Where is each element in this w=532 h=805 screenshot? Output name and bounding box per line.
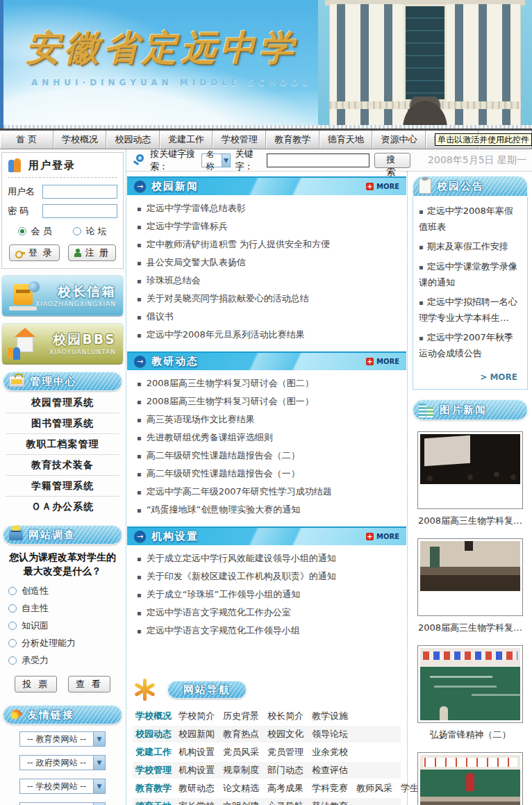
sitenav-link[interactable]: 机构设置 (178, 745, 215, 760)
organization-more[interactable]: MORE (366, 533, 399, 540)
organization-item[interactable]: 定远中学语言文字规范化工作领导小组 (137, 622, 399, 640)
management-item[interactable]: 教育技术装备 (6, 455, 119, 476)
sitenav-category[interactable]: 学校管理 (135, 763, 172, 778)
survey-option[interactable]: 创造性 (8, 582, 121, 599)
survey-option[interactable]: 承受力 (8, 652, 121, 669)
sitenav-link[interactable]: 普法教育 (312, 799, 348, 805)
survey-radio[interactable] (8, 639, 17, 647)
sitenav-link[interactable]: 心灵导航 (267, 799, 304, 805)
username-field[interactable] (42, 185, 117, 199)
sitenav-link[interactable]: 家长学校 (178, 799, 215, 805)
news-item[interactable]: 定中教师清铲街道积雪 为行人提供安全和方便 (137, 235, 399, 254)
management-item[interactable]: 学籍管理系统 (6, 476, 119, 497)
organization-item[interactable]: 定远中学语言文字规范化工作办公室 (137, 604, 399, 622)
news-item[interactable]: 定远中学2008年元旦系列活动比赛结果 (137, 326, 399, 344)
chevron-down-icon[interactable] (93, 779, 105, 793)
sitenav-category[interactable]: 德育天地 (135, 799, 172, 805)
research-more[interactable]: MORE (366, 358, 399, 365)
photo-caption[interactable]: 弘扬雷锋精神（二） (413, 729, 528, 741)
research-item[interactable]: 高三英语现场作文比赛结果 (137, 410, 399, 429)
nav-item[interactable]: 学校概况 (53, 131, 107, 149)
sitenav-link[interactable]: 规章制度 (223, 763, 259, 778)
sitenav-link[interactable]: 论文精选 (223, 781, 259, 796)
research-item[interactable]: 2008届高三生物学科复习研讨会（图二） (137, 374, 399, 392)
radio-forum-circle[interactable] (73, 227, 81, 235)
research-item[interactable]: 定远中学高二年级2007年研究性学习成功结题 (137, 483, 399, 501)
survey-option[interactable]: 知识面 (8, 617, 121, 634)
announcement-item[interactable]: 定远中学2007年秋季运动会成绩公告 (419, 330, 522, 361)
organization-item[interactable]: 关于成立定远中学行风效能建设领导小组的通知 (137, 549, 399, 567)
sitenav-link[interactable]: 校园新闻 (178, 727, 215, 742)
nav-item[interactable]: 教育教学 (266, 131, 319, 149)
login-button[interactable]: 登 录 (9, 244, 60, 261)
link-dropdown[interactable]: -- 其他类网站 -- (19, 802, 106, 805)
sitenav-link[interactable]: 教研动态 (178, 781, 215, 796)
sitenav-category[interactable]: 党建工作 (135, 745, 172, 760)
news-item[interactable]: 定远中学学雷锋总结表彰 (137, 199, 399, 217)
announcements-more-link[interactable]: > MORE (419, 365, 522, 383)
sitenav-category[interactable]: 学校概况 (135, 708, 172, 724)
research-item[interactable]: 高二年级研究性课题结题报告会（一） (137, 465, 399, 483)
sitenav-link[interactable]: 机构设置 (178, 763, 215, 778)
organization-item[interactable]: 关于印发《新校区建设工作机构及职责》的通知 (137, 567, 399, 586)
research-item[interactable]: “鸡蛋撞地球”创意物理实验大赛的通知 (137, 501, 399, 519)
photo-thumbnail[interactable] (417, 538, 523, 616)
sitenav-link[interactable]: 教学设施 (312, 708, 348, 724)
sitenav-link[interactable]: 党员管理 (267, 745, 304, 760)
nav-item[interactable]: 党建工作 (160, 131, 213, 149)
chevron-down-icon[interactable] (93, 756, 105, 770)
link-dropdown[interactable]: -- 教育类网站 -- (19, 731, 106, 747)
sitenav-category[interactable]: 教育教学 (135, 781, 172, 796)
sitenav-link[interactable]: 部门动态 (267, 763, 304, 778)
announcement-item[interactable]: 期末及寒假工作安排 (419, 239, 522, 255)
sitenav-link[interactable]: 历史背景 (223, 708, 259, 724)
management-item[interactable]: ＯＡ办公系统 (6, 497, 119, 517)
survey-radio[interactable] (8, 587, 17, 595)
research-item[interactable]: 2008届高三生物学科复习研讨会（图一） (137, 392, 399, 410)
news-item[interactable]: 定远中学学雷锋标兵 (137, 217, 399, 235)
research-item[interactable]: 先进教研组优秀备课组评选细则 (137, 429, 399, 447)
management-item[interactable]: 图书管理系统 (6, 413, 119, 434)
sitenav-link[interactable]: 高考成果 (267, 781, 304, 796)
survey-option[interactable]: 分析处理能力 (8, 634, 121, 652)
news-item[interactable]: 县公安局交警大队表扬信 (137, 254, 399, 272)
nav-item[interactable]: 学校管理 (213, 131, 266, 149)
research-item[interactable]: 高二年级研究性课题结题报告会（二） (137, 447, 399, 465)
photo-thumbnail[interactable] (417, 752, 523, 805)
campus-news-more[interactable]: MORE (366, 183, 399, 190)
search-type-select[interactable]: 名称 (201, 153, 231, 167)
photo-caption[interactable]: 2008届高三生物学科复… (413, 515, 528, 527)
search-button[interactable]: 搜 索 (374, 153, 410, 168)
sitenav-link[interactable]: 学科竞赛 (312, 781, 348, 796)
radio-forum[interactable]: 论 坛 (73, 225, 106, 238)
chevron-down-icon[interactable] (222, 154, 229, 167)
sitenav-link[interactable]: 领导论坛 (312, 727, 348, 742)
sitenav-link[interactable]: 党员风采 (223, 745, 259, 760)
news-item[interactable]: 关于对吴晓亮同学捐款献爱心的活动总结 (137, 290, 399, 308)
sitenav-link[interactable]: 学校简介 (178, 708, 215, 724)
password-field[interactable] (42, 204, 117, 218)
keyword-input[interactable] (267, 153, 369, 167)
photo-caption[interactable]: 2008届高三生物学科复… (413, 622, 528, 634)
principal-mailbox-banner[interactable]: 校长信箱 XIAOZHANGXINGXIAN (1, 275, 124, 317)
news-item[interactable]: 珍珠班总结会 (137, 272, 399, 290)
sitenav-link[interactable]: 教师风采 (356, 781, 392, 796)
sitenav-category[interactable]: 校园动态 (135, 727, 172, 742)
survey-radio[interactable] (8, 604, 17, 613)
view-results-button[interactable]: 查 看 (68, 676, 110, 692)
sitenav-link[interactable]: 校园文化 (267, 727, 304, 742)
survey-radio[interactable] (8, 656, 17, 665)
survey-option[interactable]: 自主性 (8, 599, 121, 617)
nav-item[interactable]: 资源中心 (372, 131, 426, 149)
organization-item[interactable]: 关于成立“珍珠班”工作领导小组的通知 (137, 586, 399, 604)
sitenav-link[interactable]: 校长简介 (267, 708, 304, 724)
announcement-item[interactable]: 定远中学2008年寒假值班表 (419, 204, 522, 235)
radio-member-circle[interactable] (18, 227, 26, 235)
photo-thumbnail[interactable] (417, 645, 523, 723)
survey-radio[interactable] (8, 622, 17, 630)
chevron-down-icon[interactable] (93, 732, 105, 746)
news-item[interactable]: 倡议书 (137, 308, 399, 326)
announcement-item[interactable]: 定远中学拟招聘一名心理学专业大学本科生… (419, 294, 522, 326)
radio-member[interactable]: 会 员 (18, 225, 51, 238)
link-dropdown[interactable]: -- 学校类网站 -- (19, 779, 106, 794)
